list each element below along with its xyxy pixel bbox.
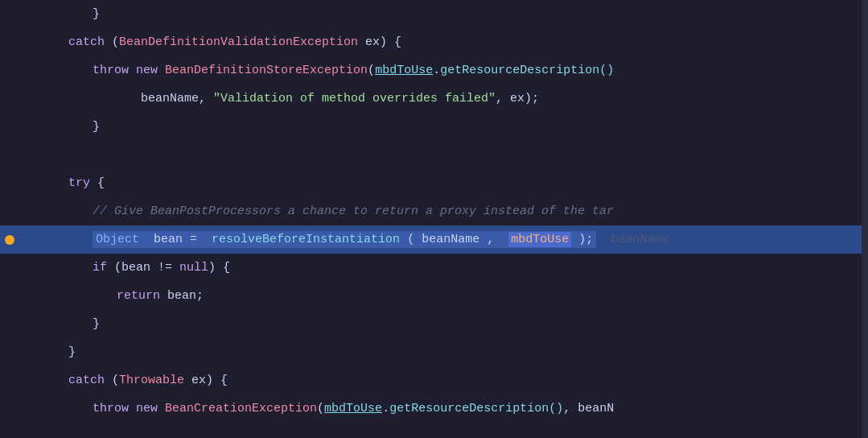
line-content-12: }: [44, 310, 868, 338]
token-if: if: [93, 261, 107, 275]
token: [129, 402, 136, 415]
token-string: "Validation of method overrides failed": [213, 92, 496, 105]
token-comment: // Give BeanPostProcessors a chance to r…: [93, 205, 614, 218]
line-content-4: beanName , "Validation of method overrid…: [44, 85, 868, 113]
token: .: [433, 64, 440, 77]
token-type: Throwable: [119, 374, 184, 387]
code-lines: } catch ( BeanDefinitionValidationExcept…: [0, 0, 868, 423]
line-content-3: throw new BeanDefinitionStoreException (…: [44, 56, 868, 85]
token-new: new: [136, 402, 158, 415]
token: ,: [563, 402, 578, 415]
token: (: [407, 233, 414, 246]
line-content-13: }: [44, 338, 868, 366]
line-6: [0, 141, 868, 169]
scroll-indicator[interactable]: [862, 0, 868, 438]
token-type: BeanDefinitionValidationException: [119, 35, 358, 49]
ghost-text: beanName: [596, 233, 668, 246]
code-editor: } catch ( BeanDefinitionValidationExcept…: [0, 0, 868, 438]
token: (: [105, 35, 119, 49]
token: [158, 402, 165, 415]
token: beanN: [578, 402, 614, 415]
token: ,: [487, 233, 501, 246]
line-content-9: Object bean = resolveBeforeInstantiation…: [44, 225, 868, 254]
line-content-6: [44, 141, 868, 169]
token: (: [317, 402, 324, 415]
line-15: throw new BeanCreationException ( mbdToU…: [0, 395, 868, 423]
token: {: [90, 176, 105, 190]
breakpoint-indicator: [5, 235, 14, 245]
line-2: catch ( BeanDefinitionValidationExceptio…: [0, 28, 868, 56]
line-8: // Give BeanPostProcessors a chance to r…: [0, 197, 868, 225]
line-1: }: [0, 0, 868, 28]
token-type: BeanCreationException: [165, 402, 317, 415]
line-10: if (bean != null ) {: [0, 254, 868, 282]
token-null: null: [179, 261, 208, 275]
line-5: }: [0, 113, 868, 141]
token-method: getResourceDescription(): [389, 402, 563, 415]
token: bean =: [146, 233, 204, 246]
token: .: [382, 402, 389, 415]
line-12: }: [0, 310, 868, 338]
token-method: resolveBeforeInstantiation: [212, 233, 400, 246]
token: ex) {: [358, 35, 401, 49]
line-4: beanName , "Validation of method overrid…: [0, 85, 868, 113]
token: [158, 64, 165, 77]
token: }: [93, 7, 100, 21]
line-content-1: }: [44, 0, 868, 28]
token: }: [93, 317, 100, 331]
token-throw: throw: [93, 402, 129, 415]
token-catch: catch: [68, 35, 105, 49]
token-catch: catch: [68, 374, 105, 387]
token-new: new: [136, 64, 158, 77]
line-3: throw new BeanDefinitionStoreException (…: [0, 56, 868, 85]
token-return: return: [117, 289, 160, 303]
line-content-14: catch ( Throwable ex) {: [44, 366, 868, 395]
token: ,: [199, 92, 213, 105]
token: );: [578, 233, 593, 246]
token-try: try: [68, 176, 90, 190]
token: (: [368, 64, 375, 77]
token: (: [105, 374, 119, 387]
line-content-15: throw new BeanCreationException ( mbdToU…: [44, 395, 868, 423]
line-content-7: try {: [44, 169, 868, 197]
line-content-11: return bean;: [44, 282, 868, 310]
token-method: mbdToUse: [324, 402, 382, 415]
line-7: try {: [0, 169, 868, 197]
token: }: [93, 120, 100, 134]
token-param: mbdToUse: [508, 232, 571, 247]
line-content-8: // Give BeanPostProcessors a chance to r…: [44, 197, 868, 225]
token: }: [68, 345, 76, 359]
token: beanName: [141, 92, 199, 105]
line-content-5: }: [44, 113, 868, 141]
token: bean;: [160, 289, 204, 303]
token-method: getResourceDescription(): [440, 64, 614, 77]
line-14: catch ( Throwable ex) {: [0, 366, 868, 395]
line-9-highlighted: Object bean = resolveBeforeInstantiation…: [0, 225, 868, 254]
token: ) {: [208, 261, 230, 275]
line-content-2: catch ( BeanDefinitionValidationExceptio…: [44, 28, 868, 56]
token: beanName: [422, 233, 479, 246]
line-content-10: if (bean != null ) {: [44, 254, 868, 282]
token: [129, 64, 136, 77]
token: ex) {: [184, 374, 228, 387]
token-type: BeanDefinitionStoreException: [165, 64, 368, 77]
token-throw: throw: [93, 64, 129, 77]
line-11: return bean;: [0, 282, 868, 310]
token-method: mbdToUse: [375, 64, 433, 77]
token: , ex);: [496, 92, 539, 105]
token: (bean !=: [107, 261, 179, 275]
line-13: }: [0, 338, 868, 366]
token-object: Object: [96, 233, 139, 246]
